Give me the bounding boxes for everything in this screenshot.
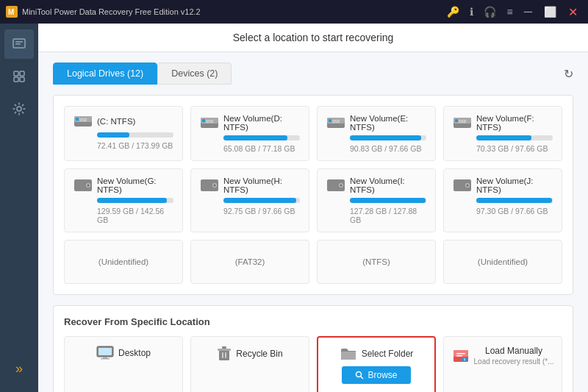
- info-icon[interactable]: ℹ: [466, 6, 477, 18]
- drive-fill-c: [97, 132, 129, 138]
- svg-text:SSD: SSD: [332, 119, 340, 124]
- drive-card-j[interactable]: New Volume(J: NTFS) 97.30 GB / 97.66 GB: [443, 168, 562, 232]
- drive-card-fat32[interactable]: (FAT32): [190, 240, 309, 284]
- svg-rect-24: [455, 119, 458, 122]
- drive-card-f[interactable]: SSD New Volume(F: NTFS) 70.33 GB / 97.66…: [443, 106, 562, 161]
- drive-icon-i: [326, 178, 345, 193]
- tabs-row: Logical Drives (12) Devices (2) ↻: [53, 63, 573, 85]
- drive-label-j: New Volume(J: NTFS): [476, 177, 553, 194]
- recover-card-select-folder-row: Select Folder: [340, 346, 414, 361]
- recover-card-recycle-row: Recycle Bin: [217, 346, 282, 362]
- drive-progress-j: [476, 198, 553, 203]
- svg-rect-6: [20, 71, 24, 76]
- svg-rect-45: [222, 352, 223, 358]
- drive-progress-d: [223, 135, 300, 140]
- restore-button[interactable]: ⬜: [539, 6, 561, 18]
- svg-point-34: [340, 185, 343, 187]
- drive-card-d[interactable]: SSD New Volume(D: NTFS) 65.08 GB / 77.18…: [190, 106, 309, 161]
- sidebar-item-recover[interactable]: [4, 29, 34, 59]
- tab-logical-drives[interactable]: Logical Drives (12): [53, 63, 157, 85]
- browse-button[interactable]: Browse: [342, 366, 410, 384]
- svg-rect-44: [222, 346, 226, 349]
- drive-progress-c: [97, 132, 173, 138]
- svg-rect-41: [101, 358, 110, 360]
- drives-section: SSD (C: NTFS) 72.41 GB / 173.99 GB: [53, 95, 573, 295]
- key-icon[interactable]: 🔑: [443, 6, 463, 18]
- recover-card-desktop[interactable]: Desktop: [64, 336, 183, 392]
- recover-card-load-manually-label: Load Manually: [474, 346, 554, 356]
- drive-progress-h: [223, 198, 300, 203]
- drive-icon-e: SSD: [326, 115, 345, 130]
- tab-devices[interactable]: Devices (2): [157, 63, 232, 85]
- drive-size-g: 129.59 GB / 142.56 GB: [97, 207, 173, 224]
- drive-header-g: New Volume(G: NTFS): [74, 177, 173, 194]
- drive-fill-g: [97, 198, 167, 203]
- sidebar-item-settings[interactable]: [4, 94, 34, 124]
- svg-text:SSD: SSD: [206, 119, 214, 124]
- drive-card-unidentified-2[interactable]: (Unidentified): [443, 240, 562, 284]
- drive-card-unidentified-1[interactable]: (Unidentified): [64, 240, 183, 284]
- drive-icon-d: SSD: [200, 115, 219, 130]
- drive-size-e: 90.83 GB / 97.66 GB: [350, 144, 426, 153]
- close-button[interactable]: ✕: [564, 5, 582, 19]
- recover-section-title: Recover From Specific Location: [64, 316, 562, 327]
- content-area: Logical Drives (12) Devices (2) ↻ S: [38, 52, 588, 392]
- drive-label-h: New Volume(H: NTFS): [223, 177, 300, 194]
- drive-fill-f: [476, 135, 531, 140]
- drive-fill-j: [476, 198, 552, 203]
- drive-size-c: 72.41 GB / 173.99 GB: [97, 141, 173, 150]
- drive-header-i: New Volume(I: NTFS): [326, 177, 426, 194]
- drive-label-fat32: (FAT32): [235, 257, 265, 266]
- recover-section: Recover From Specific Location Desktop: [53, 305, 573, 392]
- drive-icon-c: SSD: [74, 114, 93, 129]
- menu-icon[interactable]: ≡: [503, 6, 516, 18]
- search-icon: [355, 371, 364, 379]
- page-title: Select a location to start recovering: [233, 32, 394, 43]
- svg-rect-16: [202, 119, 205, 122]
- drive-card-e[interactable]: SSD New Volume(E: NTFS) 90.83 GB / 97.66…: [317, 106, 436, 161]
- drive-card-i[interactable]: New Volume(I: NTFS) 127.28 GB / 127.88 G…: [317, 168, 436, 232]
- recover-card-recycle[interactable]: Recycle Bin: [190, 336, 309, 392]
- sidebar-item-expand[interactable]: »: [4, 354, 34, 383]
- drive-icon-f: SSD: [453, 115, 472, 130]
- svg-rect-52: [456, 355, 462, 357]
- drive-card-c[interactable]: SSD (C: NTFS) 72.41 GB / 173.99 GB: [64, 106, 183, 161]
- svg-rect-43: [218, 349, 231, 351]
- recover-card-desktop-row: Desktop: [96, 346, 151, 360]
- drive-progress-g: [97, 198, 173, 203]
- svg-rect-51: [456, 353, 465, 354]
- drive-header-c: SSD (C: NTFS): [74, 114, 173, 129]
- drive-fill-i: [350, 198, 426, 203]
- sidebar-bottom: »: [4, 354, 34, 386]
- drive-size-d: 65.08 GB / 77.18 GB: [223, 144, 300, 153]
- drive-label-g: New Volume(G: NTFS): [97, 177, 173, 194]
- svg-text:SSD: SSD: [459, 119, 467, 124]
- drive-card-ntfs[interactable]: (NTFS): [317, 240, 436, 284]
- recover-card-desktop-label: Desktop: [118, 348, 151, 358]
- desktop-icon: [96, 346, 114, 360]
- expand-icon: »: [15, 361, 23, 377]
- drive-fill-h: [223, 198, 296, 203]
- svg-rect-20: [329, 119, 331, 122]
- drive-label-c: (C: NTFS): [97, 117, 135, 126]
- drive-size-h: 92.75 GB / 97.66 GB: [223, 207, 300, 215]
- sidebar-item-tools[interactable]: [4, 62, 34, 91]
- svg-rect-46: [225, 352, 226, 358]
- svg-rect-8: [20, 77, 24, 82]
- drive-card-g[interactable]: New Volume(G: NTFS) 129.59 GB / 142.56 G…: [64, 168, 183, 232]
- drive-label-e: New Volume(E: NTFS): [350, 114, 426, 132]
- drive-fill-d: [223, 135, 287, 140]
- headset-icon[interactable]: 🎧: [480, 6, 500, 18]
- drives-grid: SSD (C: NTFS) 72.41 GB / 173.99 GB: [64, 106, 562, 284]
- recover-card-select-folder-label: Select Folder: [362, 349, 414, 359]
- load-manually-text-group: Load Manually Load recovery result (*...: [474, 346, 554, 366]
- drive-card-h[interactable]: New Volume(H: NTFS) 92.75 GB / 97.66 GB: [190, 168, 309, 232]
- svg-rect-54: [464, 359, 465, 360]
- drive-label-ntfs: (NTFS): [362, 257, 390, 266]
- tools-icon: [12, 69, 26, 84]
- minimize-button[interactable]: ─: [520, 5, 537, 18]
- refresh-button[interactable]: ↻: [564, 67, 573, 81]
- svg-rect-42: [219, 350, 229, 360]
- recover-card-select-folder[interactable]: Select Folder Browse: [317, 336, 436, 392]
- recover-card-load-manually[interactable]: Load Manually Load recovery result (*...: [443, 336, 562, 392]
